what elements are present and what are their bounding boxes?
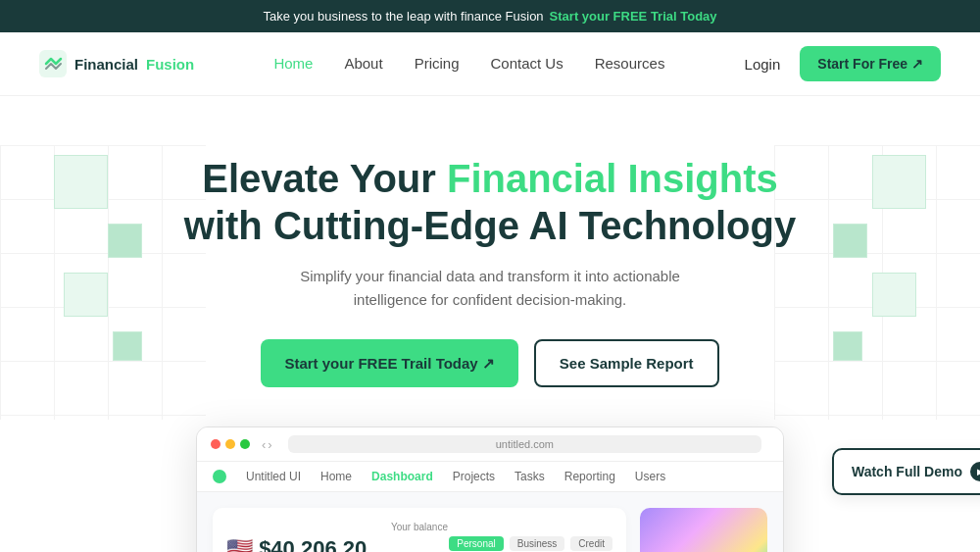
navbar-right: Login Start For Free ↗ (745, 46, 941, 81)
nav-contact[interactable]: Contact Us (490, 55, 563, 72)
app-nav-users[interactable]: Users (635, 470, 665, 483)
app-nav-tasks[interactable]: Tasks (514, 470, 545, 483)
colorful-card (640, 508, 767, 552)
start-free-button[interactable]: Start For Free ↗ (800, 46, 941, 81)
hero-section: Elevate Your Financial Insights with Cut… (0, 96, 980, 552)
deco-square-3 (64, 273, 108, 317)
dashboard-window: ‹ › untitled.com Untitled UI Home Dashbo… (196, 427, 784, 552)
tl-green (240, 439, 250, 449)
hero-title-prefix: Elevate Your (202, 157, 447, 200)
app-nav-untitled[interactable]: Untitled UI (246, 470, 301, 483)
app-logo-dot (213, 470, 226, 483)
hero-cta-primary[interactable]: Start your FREE Trail Today ↗ (261, 339, 517, 387)
traffic-lights (211, 439, 250, 449)
tl-yellow (225, 439, 235, 449)
content-right: 👤 Olivia Rhye Premium olivia@untitledui.… (640, 508, 767, 552)
balance-tab-credit[interactable]: Credit (570, 536, 612, 551)
deco-square-7 (872, 273, 916, 317)
dashboard-wrapper: ‹ › untitled.com Untitled UI Home Dashbo… (98, 427, 882, 552)
login-button[interactable]: Login (745, 56, 781, 73)
app-nav-projects[interactable]: Projects (453, 470, 495, 483)
balance-label: Your balance (226, 522, 612, 532)
nav-links: Home About Pricing Contact Us Resources (273, 55, 664, 73)
banner-cta[interactable]: Start your FREE Trial Today (550, 9, 717, 24)
window-nav-arrows: ‹ › (262, 437, 272, 452)
logo: FinancialFusion (39, 50, 194, 77)
hero-title: Elevate Your Financial Insights with Cut… (39, 155, 941, 249)
hero-cta-secondary[interactable]: See Sample Report (534, 339, 719, 387)
app-nav-reporting[interactable]: Reporting (564, 470, 615, 483)
hero-title-highlight: Financial Insights (447, 157, 778, 200)
arrow-left: ‹ (262, 437, 266, 452)
banner-text: Take you business to the leap with finan… (263, 9, 543, 24)
play-icon: ▶ (970, 462, 980, 481)
logo-icon (39, 50, 67, 77)
top-banner: Take you business to the leap with finan… (0, 0, 980, 32)
app-content: Your balance 🇺🇸 $40,206.20 Personal Busi… (197, 492, 783, 552)
hero-title-suffix: with Cutting-Edge AI Technology (184, 204, 796, 247)
nav-pricing[interactable]: Pricing (415, 55, 460, 72)
app-nav: Untitled UI Home Dashboard Projects Task… (197, 462, 783, 492)
navbar: FinancialFusion Home About Pricing Conta… (0, 32, 980, 96)
balance-flag: 🇺🇸 (226, 536, 253, 552)
nav-about[interactable]: About (344, 55, 382, 72)
balance-amount: 🇺🇸 $40,206.20 (226, 536, 367, 552)
tl-red (211, 439, 220, 449)
content-left: Your balance 🇺🇸 $40,206.20 Personal Busi… (213, 508, 626, 552)
watch-demo-button[interactable]: Watch Full Demo ▶ (832, 448, 980, 495)
window-url-bar: untitled.com (288, 435, 761, 453)
window-titlebar: ‹ › untitled.com (197, 427, 783, 462)
hero-cta: Start your FREE Trail Today ↗ See Sample… (39, 339, 941, 387)
watch-demo-label: Watch Full Demo (852, 464, 962, 479)
logo-text-fusion: Fusion (146, 56, 194, 73)
balance-tab-business[interactable]: Business (510, 536, 565, 551)
nav-resources[interactable]: Resources (595, 55, 665, 72)
logo-text-financial: Financial (74, 56, 138, 73)
arrow-right: › (268, 437, 271, 452)
svg-rect-0 (39, 50, 67, 77)
hero-subtitle: Simplify your financial data and transfo… (284, 265, 696, 312)
app-nav-dashboard[interactable]: Dashboard (371, 470, 433, 483)
nav-home[interactable]: Home (273, 55, 313, 72)
app-nav-home[interactable]: Home (320, 470, 352, 483)
balance-tab-personal[interactable]: Personal (449, 536, 503, 551)
dashboard-preview: ‹ › untitled.com Untitled UI Home Dashbo… (196, 427, 784, 552)
balance-value: $40,206.20 (259, 536, 367, 552)
balance-tabs: Personal Business Credit (449, 536, 612, 551)
